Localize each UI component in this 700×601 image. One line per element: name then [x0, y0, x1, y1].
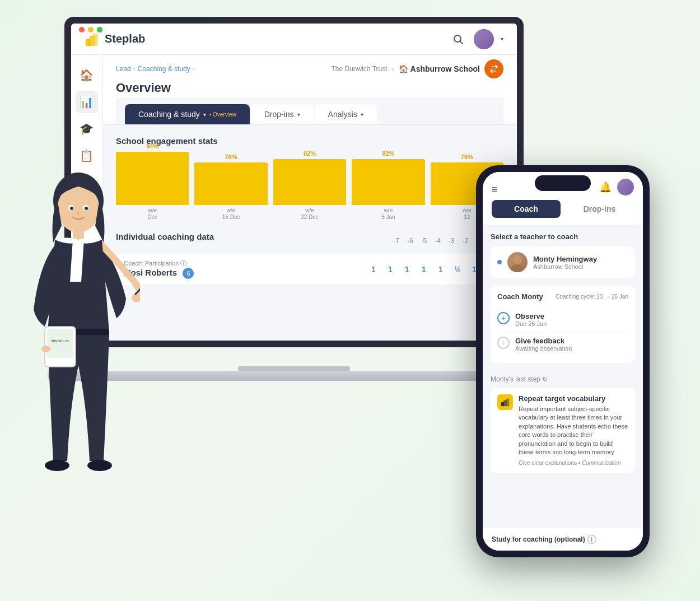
- sidebar-item-analytics[interactable]: 📊: [76, 91, 98, 113]
- bar-label-3: w/e22 Dec: [301, 207, 319, 221]
- bar-rect-2: [194, 162, 267, 205]
- data-cell-2: 1: [386, 265, 395, 274]
- svg-text:steplab.co: steplab.co: [51, 339, 69, 343]
- teacher-name: Monty Hemingway: [533, 255, 597, 263]
- step-meta-tag: Give clear explanations •: [519, 460, 580, 466]
- bar-pct-4: 82%: [382, 150, 394, 157]
- svg-rect-24: [47, 329, 73, 358]
- traffic-lights: [79, 27, 102, 32]
- coach-cycle: Coaching cycle: 20 → 26 Jan: [556, 293, 628, 300]
- svg-point-18: [130, 291, 140, 304]
- coaching-section: Individual coaching data -7 -6 -5 -4 -3 …: [116, 232, 503, 285]
- svg-point-22: [87, 460, 112, 471]
- phone-tab-dropins[interactable]: Drop-ins: [565, 200, 634, 218]
- coach-monty-section: Coach Monty Coaching cycle: 20 → 26 Jan …: [491, 286, 635, 363]
- svg-point-15: [85, 207, 88, 210]
- week-num-4: -4: [435, 237, 441, 245]
- bar-label-2: w/e15 Dec: [222, 207, 240, 221]
- bar-rect-3: [273, 159, 346, 205]
- svg-rect-2: [92, 34, 98, 46]
- sidebar-item-home[interactable]: 🏠: [76, 64, 98, 86]
- phone-tabs: Coach Drop-ins: [483, 200, 643, 225]
- tab-analysis-dropdown-icon: ▾: [361, 111, 363, 118]
- observe-add-button[interactable]: +: [497, 312, 510, 324]
- svg-line-4: [460, 41, 463, 44]
- feedback-add-button[interactable]: +: [497, 337, 510, 349]
- close-traffic-light[interactable]: [79, 27, 85, 32]
- svg-point-14: [70, 207, 73, 210]
- app-title: Steplab: [105, 32, 145, 45]
- nav-tabs: Coaching & study ▾ • Overview Drop-ins ▾…: [116, 97, 503, 124]
- tab-analysis[interactable]: Analysis ▾: [315, 104, 377, 124]
- phone-tab-dropins-label: Drop-ins: [584, 204, 616, 213]
- breadcrumb-coaching-study[interactable]: Coaching & study: [138, 65, 190, 73]
- tab-dropins[interactable]: Drop-ins ▾: [251, 104, 314, 124]
- teacher-card[interactable]: Monty Hemingway Ashburrow School: [491, 246, 635, 278]
- page-title: Overview: [116, 81, 503, 97]
- school-name: 🏠 Ashburrow School: [399, 64, 480, 73]
- steplab-logo-icon: [85, 31, 100, 47]
- coaching-header-row: Individual coaching data -7 -6 -5 -4 -3 …: [116, 232, 503, 249]
- phone-tab-coach[interactable]: Coach: [492, 200, 561, 218]
- data-cell-4: 1: [419, 265, 428, 274]
- bar-pct-5: 76%: [461, 153, 473, 160]
- breadcrumb-sep-1: ›: [133, 65, 136, 73]
- header-actions: ▾: [449, 29, 503, 49]
- week-num-3: -5: [421, 237, 427, 245]
- bar-label-4: w/e5 Jan: [381, 207, 395, 221]
- phone-screen: ≡ 🔔 Coach Drop-ins Select a teacher to c…: [483, 172, 643, 551]
- tab-coaching-study-label: Coaching & study: [138, 110, 200, 119]
- coaching-action-observe: + Observe Due 26 Jan: [497, 308, 628, 332]
- phone-user-avatar[interactable]: [617, 179, 634, 195]
- breadcrumb: Lead › Coaching & study ›: [116, 65, 195, 73]
- bar-pct-2: 76%: [225, 153, 237, 160]
- step-description: Repeat important subject-specific vocabu…: [519, 405, 628, 456]
- avatar-chevron-down-icon[interactable]: ▾: [501, 36, 503, 42]
- phone-body: ≡ 🔔 Coach Drop-ins Select a teacher to c…: [476, 165, 650, 557]
- study-info-icon[interactable]: i: [587, 535, 596, 544]
- phone-status-icons: 🔔: [599, 179, 634, 195]
- search-button[interactable]: [449, 30, 467, 48]
- week-num-5: -3: [449, 237, 455, 245]
- shuffle-school-button[interactable]: [484, 59, 503, 78]
- coach-monty-header: Coach Monty Coaching cycle: 20 → 26 Jan: [497, 292, 628, 301]
- teacher-status-dot: [497, 260, 502, 264]
- data-cell-half: ½: [453, 265, 462, 274]
- user-avatar-button[interactable]: [474, 29, 494, 49]
- breadcrumb-lead[interactable]: Lead: [116, 65, 131, 73]
- svg-point-21: [45, 460, 69, 471]
- bar-item-3: 82% w/e22 Dec: [273, 150, 346, 221]
- app-logo: Steplab: [85, 31, 145, 47]
- teacher-info: Monty Hemingway Ashburrow School: [533, 255, 597, 270]
- coaching-data-row: Coach: Participation ⓘ Mosi Roberts 6 1 …: [116, 254, 503, 285]
- tab-coaching-study[interactable]: Coaching & study ▾ • Overview: [125, 104, 250, 124]
- maximize-traffic-light[interactable]: [97, 27, 102, 32]
- data-cell-1: 1: [369, 265, 378, 274]
- bar-pct-3: 82%: [304, 150, 316, 157]
- svg-point-6: [511, 264, 524, 272]
- observe-subtitle: Due 26 Jan: [515, 320, 547, 327]
- bar-pct-1: 94%: [146, 143, 158, 150]
- coach-monty-title: Coach Monty: [497, 292, 543, 301]
- step-title: Repeat target vocabulary: [519, 394, 628, 403]
- step-meta: Give clear explanations • Communication: [519, 460, 628, 466]
- breadcrumb-sep-2: ›: [193, 65, 195, 73]
- last-step-section: Monty's last step ↻ Repeat target vocabu…: [491, 370, 635, 473]
- notification-bell-icon[interactable]: 🔔: [599, 181, 612, 193]
- svg-rect-9: [506, 399, 509, 407]
- step-content: Repeat target vocabulary Repeat importan…: [519, 394, 628, 466]
- laptop-notch: [238, 366, 350, 371]
- school-selector: The Dunwich Trust › 🏠 Ashburrow School: [332, 59, 504, 78]
- study-label-text: Study for coaching (optional): [492, 535, 585, 543]
- sidebar-item-learning[interactable]: 🎓: [76, 118, 98, 140]
- phone-notch: [535, 175, 591, 191]
- hamburger-menu-icon[interactable]: ≡: [492, 184, 498, 195]
- step-logo-icon: [497, 394, 513, 410]
- last-step-label: Monty's last step ↻: [491, 375, 635, 383]
- minimize-traffic-light[interactable]: [88, 27, 94, 32]
- phone-device: ≡ 🔔 Coach Drop-ins Select a teacher to c…: [476, 165, 650, 557]
- select-teacher-label: Select a teacher to coach: [491, 232, 635, 241]
- week-num-1: -7: [393, 237, 399, 245]
- bar-item-4: 82% w/e5 Jan: [352, 150, 424, 221]
- school-trust-sep: ›: [392, 65, 394, 73]
